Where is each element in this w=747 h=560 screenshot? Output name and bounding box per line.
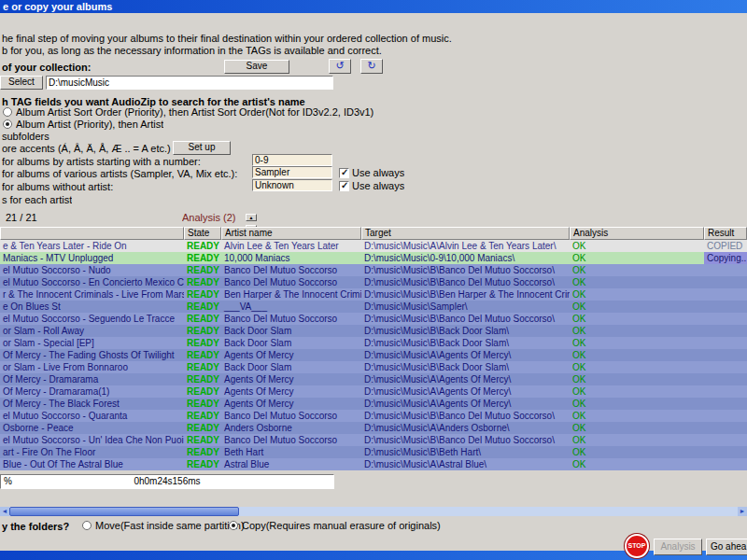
table-row[interactable]: el Mutuo Soccorso - Seguendo Le TracceRE… [0,313,747,325]
refresh-icon[interactable]: ↻ [360,59,383,74]
radio-move[interactable]: Move(Fast inside same partition) [82,520,245,531]
cell-target: D:\music\Music\B\Banco Del Mutuo Soccors… [361,276,570,288]
cell-artist: Agents Of Mercy [221,373,361,385]
cell-artist: Alvin Lee & Ten Years Later [221,240,361,252]
column-header-target[interactable]: Target [361,227,570,240]
table-row[interactable]: Of Mercy - The Fading Ghosts Of Twilight… [0,349,747,361]
set-up-button[interactable]: Set up [173,141,231,155]
analysis-button[interactable]: Analysis [654,539,702,555]
cell-analysis: OK [570,422,704,434]
progress-bar: % 0h0m24s156ms [0,474,334,489]
cell-result [704,410,747,422]
table-row[interactable]: Of Mercy - DramaramaREADYAgents Of Mercy… [0,373,747,385]
table-row[interactable]: or Slam - Special [EP]READYBack Door Sla… [0,337,747,349]
cell-target: D:\music\Music\B\Ben Harper & The Innoce… [361,288,570,301]
table-row[interactable]: or Slam - Roll AwayREADYBack Door SlamD:… [0,325,747,337]
cell-state: READY [184,458,221,470]
cell-analysis: OK [570,252,704,264]
cell-analysis: OK [570,434,704,446]
cell-state: READY [184,410,221,422]
subfolders-label[interactable]: subfolders [2,131,49,142]
select-folder-button[interactable]: Select [0,76,43,90]
cell-target: D:\music\Music\A\Agents Of Mercy\ [361,373,570,385]
cell-state: READY [184,373,221,385]
table-row[interactable]: Maniacs - MTV UnpluggedREADY10,000 Mania… [0,252,747,264]
cell-target: D:\music\Music\A\Astral Blue\ [361,458,570,470]
column-header-analysis[interactable]: Analysis [570,227,704,240]
column-header-title[interactable] [0,227,184,240]
cell-target: D:\music\Music\B\Banco Del Mutuo Soccors… [361,264,570,276]
checkbox-checked-icon[interactable] [339,168,349,178]
table-row[interactable]: Blue - Out Of The Astral BlueREADYAstral… [0,458,747,470]
cell-target: D:\music\Music\0-9\10,000 Maniacs\ [361,252,570,264]
cell-result [704,288,747,301]
cell-target: D:\music\Music\B\Banco Del Mutuo Soccors… [361,434,570,446]
cell-title: or Slam - Roll Away [0,325,184,337]
cell-target: D:\music\Music\B\Back Door Slam\ [361,361,570,373]
various-folder-field[interactable]: Sampler [252,166,332,178]
cell-state: READY [184,288,221,301]
go-ahead-button[interactable]: Go ahea [706,539,747,555]
number-folder-field[interactable]: 0-9 [252,154,332,166]
cell-target: D:\music\Music\A\Agents Of Mercy\ [361,349,570,361]
cell-result [704,373,747,385]
undo-icon[interactable]: ↺ [329,59,351,74]
various-artists-label: for albums of various artists (Sampler, … [2,168,237,179]
analysis-spinner[interactable]: ▲ ▼ [246,210,257,225]
radio-album-artist[interactable]: Album Artist (Priority), then Artist [3,119,163,130]
collection-path-input[interactable] [46,76,333,90]
table-row[interactable]: r & The Innocent Criminals - Live From M… [0,288,747,301]
scroll-left-icon[interactable]: ◄ [0,507,9,516]
save-button[interactable]: Save [224,60,289,74]
cell-artist: Agents Of Mercy [221,385,361,398]
stop-button[interactable]: STOP [625,534,649,558]
table-row[interactable]: art - Fire On The FloorREADYBeth HartD:\… [0,446,747,458]
table-row[interactable]: or Slam - Live From BonnarooREADYBack Do… [0,361,747,373]
cell-title: Of Mercy - Dramarama(1) [0,385,184,398]
column-header-artist[interactable]: Artist name [221,227,361,240]
table-row[interactable]: Of Mercy - The Black ForestREADYAgents O… [0,398,747,410]
table-row[interactable]: el Mutuo Soccorso - QuarantaREADYBanco D… [0,410,747,422]
cell-result [704,337,747,349]
radio-copy[interactable]: Copy(Requires manual erasure of original… [229,520,441,531]
cell-state: READY [184,313,221,325]
intro-line-1: he final step of moving your albums to t… [2,33,745,44]
cell-result [704,325,747,337]
noartist-use-always[interactable]: Use always [339,180,404,191]
each-artist-label[interactable]: s for each artist [2,194,72,205]
cell-artist: 10,000 Maniacs [221,252,361,264]
cell-artist: Beth Hart [221,446,361,458]
cell-title: r & The Innocent Criminals - Live From M… [0,288,184,301]
cell-analysis: OK [570,398,704,410]
spinner-up-icon[interactable]: ▲ [246,214,257,221]
table-row[interactable]: el Mutuo Soccorso - Un' Idea Che Non Puo… [0,434,747,446]
use-always-label: Use always [352,167,404,178]
no-artist-folder-field[interactable]: Unknown [252,179,332,191]
no-artist-label: for albums without artist: [2,181,113,192]
horizontal-scrollbar[interactable]: ◄ ► [0,507,747,516]
radio-circle-icon [3,107,12,117]
table-row[interactable]: e & Ten Years Later - Ride OnREADYAlvin … [0,240,747,252]
cell-artist: Banco Del Mutuo Soccorso [221,276,361,288]
cell-artist: Ben Harper & The Innocent Criminals [221,288,361,301]
cell-analysis: OK [570,264,704,276]
cell-title: Of Mercy - Dramarama [0,373,184,385]
scrollbar-thumb[interactable] [9,507,239,516]
table-row[interactable]: el Mutuo Soccorso - En Concierto Mexico … [0,276,747,288]
table-row[interactable]: e On Blues StREADY___VA___D:\music\Music… [0,301,747,313]
scroll-right-icon[interactable]: ► [738,507,747,516]
various-use-always[interactable]: Use always [339,167,404,178]
elapsed-time: 0h0m24s156ms [1,476,333,486]
cell-result [704,458,747,470]
cell-result [704,276,747,288]
radio-sort-order[interactable]: Album Artist Sort Order (Priority), then… [3,106,374,118]
table-row[interactable]: Of Mercy - Dramarama(1)READYAgents Of Me… [0,385,747,398]
column-header-state[interactable]: State [184,227,221,240]
cell-analysis: OK [570,240,704,252]
cell-result [704,385,747,398]
table-row[interactable]: el Mutuo Soccorso - NudoREADYBanco Del M… [0,264,747,276]
column-header-result[interactable]: Result [704,227,747,240]
checkbox-checked-icon[interactable] [339,181,349,191]
cell-state: READY [184,264,221,276]
table-row[interactable]: Osborne - PeaceREADYAnders OsborneD:\mus… [0,422,747,434]
